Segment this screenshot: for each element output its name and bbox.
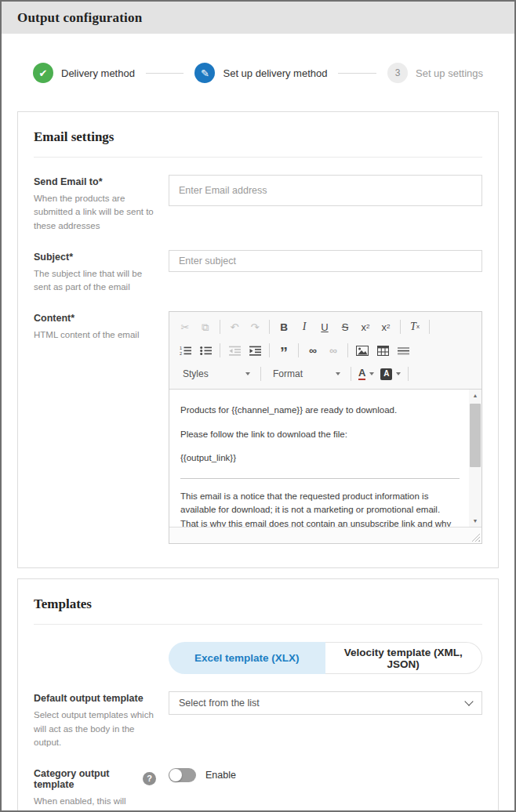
numbered-list-icon[interactable]: 12 [176, 341, 194, 360]
subject-field-col [169, 250, 482, 272]
format-dropdown-label: Format [273, 368, 303, 379]
superscript-icon[interactable]: x2 [376, 317, 395, 336]
help-icon[interactable]: ? [143, 772, 156, 785]
send-email-to-label-col: Send Email to* When the products are sub… [34, 175, 169, 233]
image-icon[interactable] [353, 341, 372, 360]
toggle-label: Enable [205, 770, 236, 781]
step-number: 3 [387, 63, 408, 83]
background-color-button[interactable]: A [378, 364, 403, 383]
svg-text:1: 1 [180, 346, 182, 350]
send-email-to-input[interactable] [169, 175, 482, 206]
link-icon[interactable]: ∞ [303, 341, 322, 360]
styles-dropdown[interactable]: Styles [176, 365, 255, 382]
section-title: Templates [34, 596, 482, 612]
underline-icon[interactable]: U [315, 317, 334, 336]
category-output-field-col: Enable [169, 767, 482, 782]
horizontal-rule-icon[interactable] [394, 341, 412, 360]
strikethrough-icon[interactable]: S [336, 317, 354, 336]
default-output-label-col: Default output template Select output te… [34, 691, 169, 749]
unlink-icon: ∞ [324, 341, 343, 360]
category-template-toggle[interactable] [169, 768, 196, 782]
section-divider [34, 157, 482, 158]
toolbar-separator [400, 320, 401, 334]
scrollbar-track[interactable] [469, 401, 481, 515]
default-output-template-select[interactable]: Select from the list [169, 691, 482, 715]
bullet-list-icon[interactable] [196, 341, 215, 360]
template-tabs: Excel template (XLX) Velocity template (… [169, 642, 482, 674]
chevron-down-icon [464, 698, 473, 706]
step-set-up-delivery-method[interactable]: ✎ Set up delivery method [194, 63, 327, 83]
format-dropdown[interactable]: Format [267, 365, 345, 382]
category-output-template-description: When enabled, this will override the sta… [34, 795, 156, 812]
cut-icon: ✂ [176, 317, 194, 336]
editor-paragraph: Products for {{channel_name}} are ready … [180, 404, 460, 417]
default-output-template-description: Select output templates which will act a… [34, 709, 156, 749]
editor-toolbar-row: 12”∞∞ [173, 339, 478, 362]
subject-input[interactable] [169, 250, 482, 272]
step-label: Set up settings [416, 67, 483, 79]
svg-text:2: 2 [180, 351, 182, 356]
step-delivery-method[interactable]: ✔ Delivery method [33, 63, 135, 83]
category-output-template-label: Category output template [34, 768, 136, 790]
indent-icon[interactable] [245, 341, 264, 360]
toolbar-separator [429, 320, 430, 334]
templates-section: Templates Excel template (XLX) Velocity … [17, 578, 499, 812]
editor-paragraph: This email is a notice that the requeste… [180, 490, 460, 527]
editor-toolbar: ✂⧉↶↷BIUSx2x2Tx12”∞∞ Styles Format [169, 312, 481, 390]
toolbar-separator [347, 343, 348, 357]
subject-label-col: Subject* The subject line that will be s… [34, 250, 169, 295]
output-configuration-dialog: Output configuration ✔ Delivery method ✎… [0, 0, 516, 812]
editor-paragraph: Please follow the link to download the f… [180, 428, 460, 441]
subject-row: Subject* The subject line that will be s… [34, 250, 482, 295]
step-label: Delivery method [61, 67, 135, 79]
blockquote-icon[interactable]: ” [274, 341, 293, 360]
section-title: Email settings [34, 129, 482, 145]
toolbar-separator [351, 367, 351, 381]
editor-scrollbar[interactable]: ▲ ▼ [469, 390, 481, 527]
table-icon[interactable] [373, 341, 392, 360]
editor-content[interactable]: Products for {{channel_name}} are ready … [169, 390, 469, 527]
category-output-label-line: Category output template ? [34, 767, 156, 790]
background-color-icon: A [380, 368, 392, 380]
tab-velocity-template[interactable]: Velocity template (XML, JSON) [325, 642, 483, 674]
toolbar-separator [269, 320, 270, 334]
copy-icon: ⧉ [196, 317, 215, 336]
dialog-title: Output configuration [17, 10, 142, 26]
scrollbar-thumb[interactable] [470, 404, 481, 467]
bold-icon[interactable]: B [274, 317, 293, 336]
chevron-down-icon [336, 372, 340, 375]
content-label-col: Content* HTML content of the email [34, 311, 169, 342]
styles-dropdown-label: Styles [183, 368, 209, 379]
subscript-icon[interactable]: x2 [356, 317, 375, 336]
scroll-up-icon[interactable]: ▲ [469, 390, 481, 401]
content-label: Content* [34, 313, 156, 324]
step-connector [338, 73, 376, 74]
chevron-down-icon [396, 372, 401, 375]
text-color-icon: A [358, 368, 365, 380]
tab-excel-template[interactable]: Excel template (XLX) [169, 642, 325, 674]
italic-icon[interactable]: I [295, 317, 314, 336]
editor-toolbar-row: Styles Format A [173, 362, 478, 386]
content-rich-text-editor: ✂⧉↶↷BIUSx2x2Tx12”∞∞ Styles Format [169, 311, 482, 544]
default-output-template-row: Default output template Select output te… [34, 691, 482, 749]
check-icon: ✔ [33, 63, 53, 83]
category-toggle-row: Enable [169, 768, 482, 782]
template-tabs-row: Excel template (XLX) Velocity template (… [169, 642, 482, 674]
stepper: ✔ Delivery method ✎ Set up delivery meth… [33, 63, 483, 83]
step-label: Set up delivery method [223, 67, 327, 79]
undo-icon: ↶ [225, 317, 244, 336]
text-color-button[interactable]: A [356, 364, 376, 383]
scroll-down-icon[interactable]: ▼ [469, 515, 481, 527]
toolbar-separator [220, 343, 220, 357]
resize-handle-icon[interactable] [471, 533, 480, 542]
subject-label: Subject* [34, 252, 156, 263]
step-set-up-settings: 3 Set up settings [387, 63, 483, 83]
section-divider [34, 624, 482, 625]
toolbar-separator [269, 343, 270, 357]
toolbar-separator [408, 367, 409, 381]
default-output-template-label: Default output template [34, 693, 156, 704]
redo-icon: ↷ [245, 317, 264, 336]
remove-format-icon[interactable]: Tx [405, 317, 424, 336]
dialog-header: Output configuration [2, 2, 514, 34]
editor-body: Products for {{channel_name}} are ready … [169, 390, 481, 527]
